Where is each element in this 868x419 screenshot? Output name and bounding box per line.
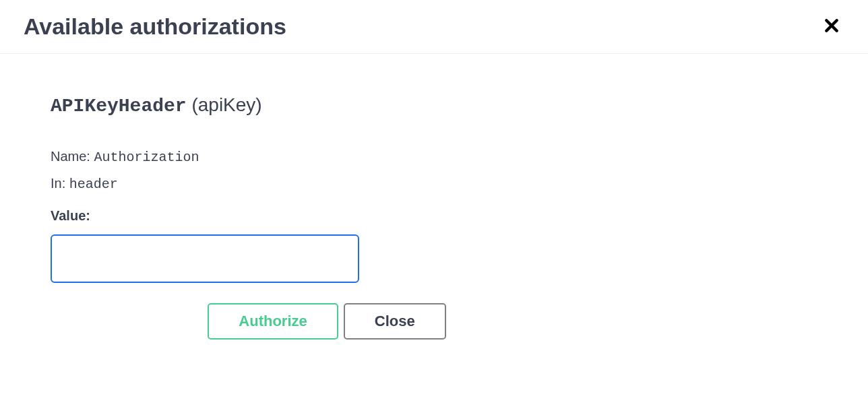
- auth-in-row: In: header: [51, 176, 817, 192]
- close-icon[interactable]: [819, 18, 844, 36]
- auth-name-label: Name:: [51, 149, 90, 164]
- auth-in-value: header: [69, 176, 118, 192]
- auth-name-row: Name: Authorization: [51, 149, 817, 165]
- authorization-modal: Available authorizations APIKeyHeader (a…: [0, 0, 868, 366]
- auth-scheme-heading: APIKeyHeader (apiKey): [51, 94, 817, 117]
- modal-body: APIKeyHeader (apiKey) Name: Authorizatio…: [0, 54, 868, 366]
- modal-header: Available authorizations: [0, 0, 868, 54]
- auth-scheme-type: (apiKey): [191, 94, 261, 115]
- close-button[interactable]: Close: [344, 303, 446, 340]
- auth-name-value: Authorization: [94, 150, 199, 165]
- auth-value-input[interactable]: [51, 234, 359, 283]
- auth-value-label: Value:: [51, 208, 817, 224]
- authorize-button[interactable]: Authorize: [208, 303, 338, 340]
- auth-in-label: In:: [51, 176, 65, 191]
- modal-title: Available authorizations: [24, 13, 286, 40]
- button-row: Authorize Close: [51, 303, 603, 340]
- auth-scheme-name: APIKeyHeader: [51, 96, 187, 117]
